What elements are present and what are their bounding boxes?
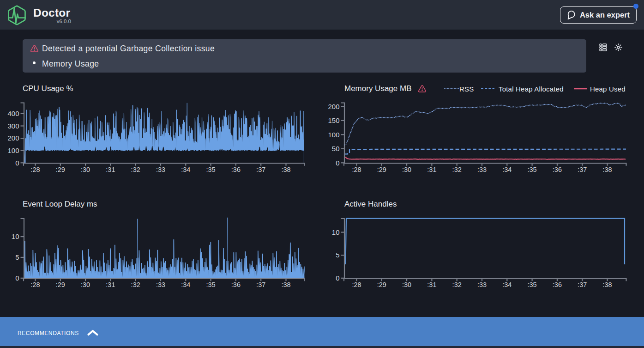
svg-text::37: :37 (578, 281, 587, 288)
svg-text::36: :36 (553, 166, 562, 173)
svg-text::33: :33 (156, 166, 165, 173)
svg-text::38: :38 (281, 281, 290, 288)
svg-text::37: :37 (578, 166, 587, 173)
svg-text:0: 0 (15, 159, 19, 167)
svg-text:200: 200 (7, 134, 19, 142)
svg-text::32: :32 (131, 281, 140, 288)
svg-text::28: :28 (30, 166, 40, 173)
svg-text::30: :30 (402, 281, 411, 288)
svg-text::29: :29 (56, 166, 65, 173)
svg-text:50: 50 (332, 145, 340, 153)
svg-text::29: :29 (377, 166, 386, 173)
svg-text::34: :34 (502, 166, 512, 173)
svg-text::38: :38 (602, 166, 612, 173)
svg-text::28: :28 (30, 281, 40, 288)
svg-text:100: 100 (328, 131, 339, 139)
svg-text::33: :33 (156, 281, 165, 288)
svg-text::33: :33 (477, 166, 487, 173)
svg-text::36: :36 (231, 281, 241, 288)
svg-text::32: :32 (131, 166, 140, 173)
svg-text:10: 10 (332, 228, 340, 236)
svg-text::32: :32 (452, 166, 462, 173)
svg-text:300: 300 (7, 122, 19, 130)
svg-text:0: 0 (15, 274, 19, 282)
svg-text::34: :34 (181, 166, 190, 173)
svg-text::31: :31 (427, 166, 436, 173)
svg-text::28: :28 (352, 166, 361, 173)
svg-text::37: :37 (256, 166, 265, 173)
svg-text::30: :30 (81, 281, 90, 288)
svg-text::31: :31 (106, 281, 115, 288)
svg-text::37: :37 (256, 281, 265, 288)
svg-text::34: :34 (181, 281, 190, 288)
svg-text:5: 5 (336, 251, 339, 259)
svg-text::31: :31 (106, 166, 115, 173)
svg-text::36: :36 (231, 166, 241, 173)
svg-text::33: :33 (477, 281, 487, 288)
svg-text::31: :31 (427, 281, 436, 288)
svg-text::36: :36 (553, 281, 562, 288)
svg-text:5: 5 (15, 253, 19, 261)
svg-text::29: :29 (56, 281, 65, 288)
svg-text:150: 150 (328, 116, 339, 124)
svg-text::35: :35 (206, 281, 216, 288)
svg-text::35: :35 (528, 166, 537, 173)
svg-text::34: :34 (502, 281, 512, 288)
svg-text:100: 100 (7, 147, 19, 154)
svg-text:0: 0 (336, 274, 339, 282)
svg-text:200: 200 (328, 103, 339, 110)
svg-text::35: :35 (206, 166, 216, 173)
svg-text:0: 0 (336, 159, 339, 167)
svg-text::38: :38 (602, 281, 612, 288)
svg-text::38: :38 (281, 166, 290, 173)
svg-text::32: :32 (452, 281, 462, 288)
svg-text::30: :30 (402, 166, 411, 173)
svg-text::35: :35 (528, 281, 537, 288)
svg-text:10: 10 (12, 232, 19, 240)
svg-text::28: :28 (352, 281, 361, 288)
svg-text:400: 400 (7, 110, 19, 117)
svg-text::30: :30 (81, 166, 90, 173)
svg-text::29: :29 (377, 281, 386, 288)
